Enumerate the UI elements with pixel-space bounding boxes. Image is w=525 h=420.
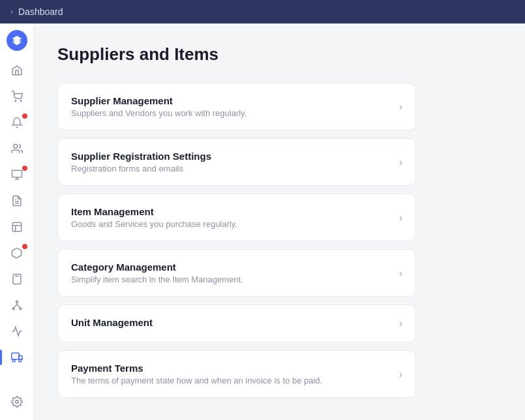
card-unit-management[interactable]: Unit Management › <box>57 305 416 342</box>
invoices2-badge <box>22 243 28 250</box>
sidebar <box>0 23 34 420</box>
sidebar-item-analytics[interactable] <box>4 320 30 343</box>
card-title-supplier-management: Supplier Management <box>71 95 391 106</box>
svg-rect-21 <box>11 353 18 359</box>
svg-point-19 <box>12 308 14 310</box>
card-title-item-management: Item Management <box>71 206 391 217</box>
sidebar-item-calculator[interactable] <box>4 267 30 291</box>
card-chevron-category-management: › <box>399 267 402 279</box>
svg-point-2 <box>13 144 17 148</box>
card-title-supplier-registration-settings: Supplier Registration Settings <box>71 151 391 162</box>
topbar-chevron: › <box>10 7 13 16</box>
sidebar-item-orders[interactable] <box>4 85 30 108</box>
card-text-item-management: Item Management Goods and Services you p… <box>71 206 391 229</box>
svg-rect-6 <box>12 222 22 232</box>
card-payment-terms[interactable]: Payment Terms The terms of payment state… <box>57 350 416 398</box>
topbar: › Dashboard <box>0 0 525 23</box>
sidebar-item-home[interactable] <box>4 59 30 82</box>
card-text-unit-management: Unit Management <box>71 317 391 330</box>
page-title: Suppliers and Items <box>57 44 502 65</box>
card-category-management[interactable]: Category Management Simplify item search… <box>57 249 416 297</box>
svg-point-0 <box>15 100 16 102</box>
notification-badge <box>22 113 28 119</box>
card-item-management[interactable]: Item Management Goods and Services you p… <box>57 194 416 241</box>
card-chevron-unit-management: › <box>399 318 402 329</box>
card-desc-supplier-registration-settings: Registration forms and emails <box>71 164 391 173</box>
app-logo[interactable] <box>7 30 27 51</box>
card-supplier-registration-settings[interactable]: Supplier Registration Settings Registrat… <box>57 138 416 186</box>
sidebar-item-invoices2[interactable] <box>4 241 30 265</box>
app-body: Suppliers and Items Supplier Management … <box>0 23 525 420</box>
card-chevron-item-management: › <box>399 212 402 224</box>
sidebar-item-users[interactable] <box>4 137 30 160</box>
sidebar-item-delivery[interactable] <box>4 346 30 369</box>
svg-point-20 <box>19 308 21 310</box>
card-chevron-supplier-management: › <box>399 101 402 113</box>
card-desc-payment-terms: The terms of payment state how and when … <box>71 376 391 385</box>
card-text-supplier-registration-settings: Supplier Registration Settings Registrat… <box>71 151 391 173</box>
card-text-payment-terms: Payment Terms The terms of payment state… <box>71 363 391 385</box>
main-content: Suppliers and Items Supplier Management … <box>34 23 525 420</box>
card-chevron-supplier-registration-settings: › <box>399 157 402 168</box>
card-title-payment-terms: Payment Terms <box>71 363 391 374</box>
purchases-badge <box>22 165 28 172</box>
card-desc-category-management: Simplify item search in the Item Managem… <box>71 275 391 284</box>
svg-point-24 <box>15 400 18 404</box>
card-text-category-management: Category Management Simplify item search… <box>71 262 391 284</box>
card-chevron-payment-terms: › <box>399 368 402 380</box>
svg-rect-3 <box>12 170 22 177</box>
svg-point-18 <box>16 301 18 303</box>
card-supplier-management[interactable]: Supplier Management Suppliers and Vendor… <box>57 83 416 130</box>
card-desc-supplier-management: Suppliers and Vendors you work with regu… <box>71 108 391 118</box>
sidebar-item-invoices[interactable] <box>4 215 30 239</box>
card-title-category-management: Category Management <box>71 262 391 273</box>
sidebar-item-org[interactable] <box>4 293 30 317</box>
card-list: Supplier Management Suppliers and Vendor… <box>57 83 416 398</box>
card-text-supplier-management: Supplier Management Suppliers and Vendor… <box>71 95 391 118</box>
sidebar-item-reports[interactable] <box>4 189 30 213</box>
sidebar-item-notifications[interactable] <box>4 111 30 134</box>
svg-point-1 <box>20 100 22 102</box>
topbar-title: Dashboard <box>18 7 63 17</box>
card-desc-item-management: Goods and Services you purchase regularl… <box>71 219 391 229</box>
svg-point-22 <box>12 359 15 362</box>
svg-point-23 <box>19 359 22 362</box>
sidebar-item-purchases[interactable] <box>4 163 30 187</box>
card-title-unit-management: Unit Management <box>71 317 391 328</box>
sidebar-item-settings[interactable] <box>4 390 30 413</box>
